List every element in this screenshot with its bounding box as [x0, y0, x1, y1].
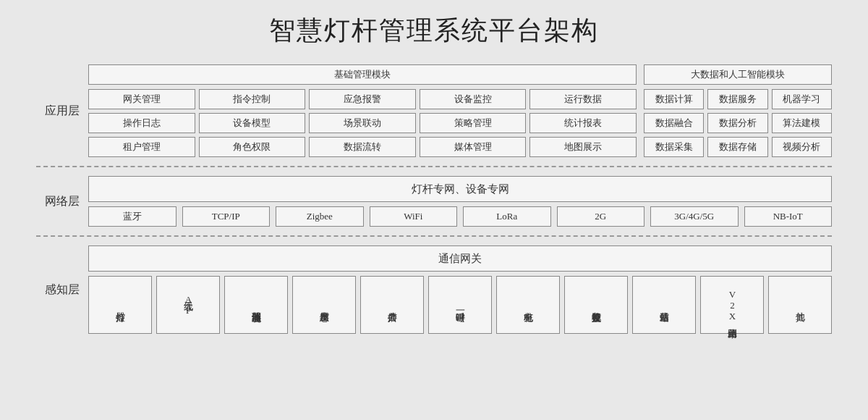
perception-item: 信息发布屏 — [292, 276, 356, 334]
module1-cell: 操作日志 — [88, 113, 195, 133]
network-item: NB-IoT — [744, 206, 833, 227]
bigdata-ai-grid: 数据计算数据服务机器学习数据融合数据分析算法建模数据采集数据存储视频分析 — [644, 89, 832, 157]
perception-item: 环境监测传感器 — [224, 276, 288, 334]
module1-cell: 策略管理 — [420, 113, 527, 133]
module2-cell: 数据融合 — [644, 113, 704, 133]
app-layer-inner: 基础管理模块 网关管理指令控制应急报警设备监控运行数据操作日志设备模型场景联动策… — [88, 64, 832, 157]
module1-cell: 应急报警 — [309, 89, 416, 109]
perception-item: 其他 — [768, 276, 832, 334]
perception-layer-label: 感知层 — [36, 240, 88, 340]
network-item: Zigbee — [276, 206, 364, 227]
module1-cell: 地图展示 — [529, 137, 637, 157]
module1-cell: 数据流转 — [309, 137, 416, 157]
module2-cell: 数据存储 — [707, 137, 767, 157]
module1-cell: 指令控制 — [199, 89, 306, 109]
network-banner: 灯杆专网、设备专网 — [88, 176, 832, 202]
module1-cell: 设备监控 — [420, 89, 527, 109]
perception-item: 一键呼叫 — [428, 276, 492, 334]
network-item: 2G — [557, 206, 645, 227]
main-content: 应用层 基础管理模块 网关管理指令控制应急报警设备监控运行数据操作日志设备模型场… — [36, 59, 832, 340]
network-layer-label: 网络层 — [36, 170, 88, 232]
network-layer-content: 灯杆专网、设备专网 蓝牙TCP/IPZigbeeWiFiLoRa2G3G/4G/… — [88, 170, 832, 232]
application-layer-label: 应用层 — [36, 59, 88, 163]
module1-cell: 租户管理 — [88, 137, 195, 157]
module2-cell: 算法建模 — [772, 113, 832, 133]
perception-layer-content: 通信网关 灯控器无线AP环境监测传感器信息发布屏公共广播一键呼叫充电桩视频监控设… — [88, 240, 832, 340]
module1-cell: 运行数据 — [529, 89, 637, 109]
module2-cell: 数据采集 — [644, 137, 704, 157]
application-layer-row: 应用层 基础管理模块 网关管理指令控制应急报警设备监控运行数据操作日志设备模型场… — [36, 59, 832, 163]
network-item: 蓝牙 — [88, 206, 176, 227]
bigdata-ai-header: 大数据和人工智能模块 — [644, 64, 832, 85]
bigdata-ai-module: 大数据和人工智能模块 数据计算数据服务机器学习数据融合数据分析算法建模数据采集数… — [644, 64, 832, 157]
perception-items: 灯控器无线AP环境监测传感器信息发布屏公共广播一键呼叫充电桩视频监控设备通信基站… — [88, 276, 832, 334]
perception-banner: 通信网关 — [88, 245, 832, 272]
perception-item: V2X路侧单元 — [700, 276, 764, 334]
basic-management-module: 基础管理模块 网关管理指令控制应急报警设备监控运行数据操作日志设备模型场景联动策… — [88, 64, 637, 157]
module1-cell: 网关管理 — [88, 89, 195, 109]
module2-cell: 机器学习 — [772, 89, 832, 109]
module1-cell: 统计报表 — [529, 113, 637, 133]
basic-management-grid: 网关管理指令控制应急报警设备监控运行数据操作日志设备模型场景联动策略管理统计报表… — [88, 89, 637, 157]
network-item: LoRa — [463, 206, 551, 227]
perception-item: 充电桩 — [496, 276, 560, 334]
module1-cell: 媒体管理 — [420, 137, 527, 157]
perception-item: 公共广播 — [360, 276, 424, 334]
module2-cell: 数据计算 — [644, 89, 704, 109]
perception-layer-row: 感知层 通信网关 灯控器无线AP环境监测传感器信息发布屏公共广播一键呼叫充电桩视… — [36, 240, 832, 340]
application-layer-content: 基础管理模块 网关管理指令控制应急报警设备监控运行数据操作日志设备模型场景联动策… — [88, 59, 832, 163]
divider-1 — [36, 166, 832, 167]
network-item: WiFi — [370, 206, 458, 227]
basic-management-header: 基础管理模块 — [88, 64, 637, 85]
module2-cell: 数据分析 — [707, 113, 767, 133]
perception-item: 灯控器 — [88, 276, 152, 334]
page-title: 智慧灯杆管理系统平台架构 — [269, 13, 599, 49]
module2-cell: 数据服务 — [707, 89, 767, 109]
module1-cell: 角色权限 — [199, 137, 306, 157]
module1-cell: 设备模型 — [199, 113, 306, 133]
module2-cell: 视频分析 — [772, 137, 832, 157]
network-item: 3G/4G/5G — [650, 206, 739, 227]
perception-item: 无线AP — [156, 276, 220, 334]
perception-item: 通信基站 — [632, 276, 696, 334]
module1-cell: 场景联动 — [309, 113, 416, 133]
network-items: 蓝牙TCP/IPZigbeeWiFiLoRa2G3G/4G/5GNB-IoT — [88, 206, 832, 227]
perception-item: 视频监控设备 — [564, 276, 628, 334]
network-layer-row: 网络层 灯杆专网、设备专网 蓝牙TCP/IPZigbeeWiFiLoRa2G3G… — [36, 170, 832, 232]
divider-2 — [36, 235, 832, 237]
network-item: TCP/IP — [182, 206, 271, 227]
